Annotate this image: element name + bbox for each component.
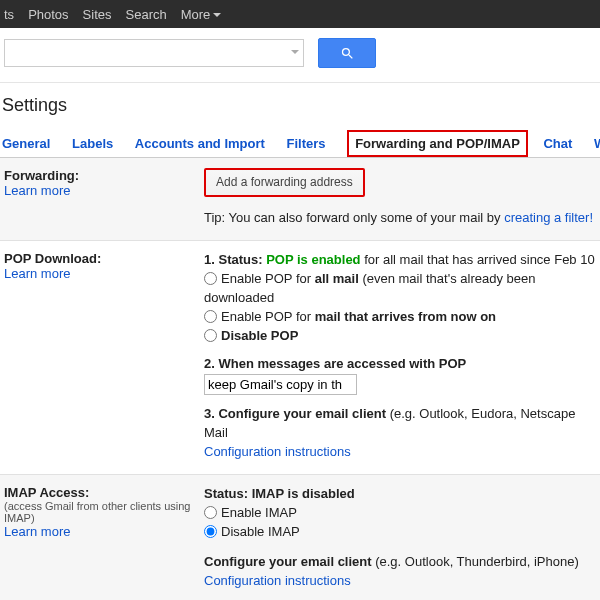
pop-config-instructions-link[interactable]: Configuration instructions — [204, 444, 351, 459]
add-forwarding-address-button[interactable]: Add a forwarding address — [204, 168, 365, 197]
topnav-item[interactable]: ts — [4, 7, 14, 22]
pop-status: POP is enabled — [266, 252, 360, 267]
search-input[interactable] — [4, 39, 304, 67]
imap-heading: IMAP Access: — [4, 485, 204, 500]
settings-tabs: General Labels Accounts and Import Filte… — [0, 130, 600, 158]
search-icon — [340, 46, 355, 61]
chevron-down-icon[interactable] — [291, 50, 299, 54]
tab-webclips[interactable]: Web Clips — [594, 130, 600, 157]
pop-enable-all-radio[interactable] — [204, 272, 217, 285]
forwarding-section: Forwarding: Learn more Add a forwarding … — [0, 158, 600, 241]
tab-labels[interactable]: Labels — [72, 130, 113, 157]
pop-learn-more-link[interactable]: Learn more — [4, 266, 70, 281]
search-bar — [0, 28, 600, 82]
tab-forwarding[interactable]: Forwarding and POP/IMAP — [347, 130, 528, 157]
forwarding-heading: Forwarding: — [4, 168, 204, 183]
top-nav: ts Photos Sites Search More — [0, 0, 600, 28]
forwarding-tip: Tip: You can also forward only some of y… — [204, 210, 504, 225]
pop-enable-fromnow-radio[interactable] — [204, 310, 217, 323]
topnav-more[interactable]: More — [181, 7, 222, 22]
pop-access-select[interactable] — [204, 374, 357, 395]
imap-config-instructions-link[interactable]: Configuration instructions — [204, 573, 351, 588]
topnav-item[interactable]: Photos — [28, 7, 68, 22]
topnav-item[interactable]: Search — [126, 7, 167, 22]
tab-general[interactable]: General — [2, 130, 50, 157]
imap-disable-radio[interactable] — [204, 525, 217, 538]
imap-section: IMAP Access: (access Gmail from other cl… — [0, 475, 600, 600]
imap-enable-radio[interactable] — [204, 506, 217, 519]
page-title: Settings — [0, 83, 600, 130]
forwarding-learn-more-link[interactable]: Learn more — [4, 183, 70, 198]
imap-learn-more-link[interactable]: Learn more — [4, 524, 70, 539]
tab-filters[interactable]: Filters — [287, 130, 326, 157]
tab-accounts[interactable]: Accounts and Import — [135, 130, 265, 157]
tab-chat[interactable]: Chat — [543, 130, 572, 157]
search-button[interactable] — [318, 38, 376, 68]
imap-subheading: (access Gmail from other clients using I… — [4, 500, 204, 524]
pop-disable-radio[interactable] — [204, 329, 217, 342]
pop-section: POP Download: Learn more 1. Status: POP … — [0, 241, 600, 475]
imap-status: Status: IMAP is disabled — [204, 486, 355, 501]
create-filter-link[interactable]: creating a filter! — [504, 210, 593, 225]
pop-heading: POP Download: — [4, 251, 204, 266]
chevron-down-icon — [213, 13, 221, 17]
topnav-item[interactable]: Sites — [83, 7, 112, 22]
